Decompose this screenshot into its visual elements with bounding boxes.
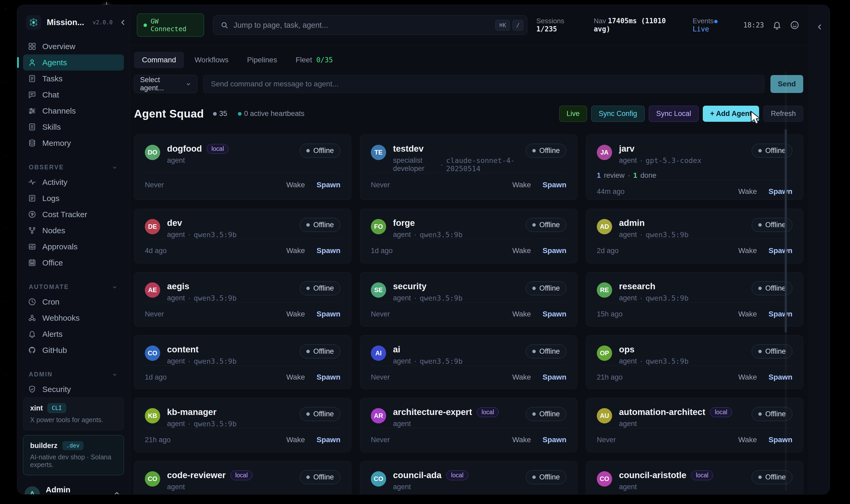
sync-config-button[interactable]: Sync Config (591, 106, 645, 122)
sidebar-item-activity[interactable]: Activity (23, 174, 124, 190)
search-input[interactable] (233, 21, 495, 30)
spawn-button[interactable]: Spawn (543, 310, 566, 318)
agent-card[interactable]: OP ops agent·qwen3.5:9b Offline 21h agoW… (586, 335, 803, 389)
send-button[interactable]: Send (771, 75, 803, 93)
notifications-bell-icon[interactable] (772, 20, 782, 30)
sidebar-item-chat[interactable]: Chat (23, 87, 124, 103)
panel-collapse-icon[interactable] (815, 22, 824, 33)
agent-card[interactable]: TE testdev specialist developer·claude-s… (360, 134, 577, 200)
wake-button[interactable]: Wake (738, 187, 757, 196)
spawn-button[interactable]: Spawn (317, 436, 340, 444)
offline-dot (758, 149, 762, 152)
wake-button[interactable]: Wake (512, 373, 531, 381)
spawn-button[interactable]: Spawn (543, 247, 566, 255)
sidebar-collapse-icon[interactable] (119, 18, 127, 27)
promo-card-xint[interactable]: xint CLI X power tools for agents. (23, 397, 124, 430)
sidebar-item-nodes[interactable]: Nodes (23, 222, 124, 238)
agent-card[interactable]: DE dev agent·qwen3.5:9b Offline 4d agoWa… (134, 209, 351, 263)
sidebar-item-logs[interactable]: Logs (23, 190, 124, 206)
wake-button[interactable]: Wake (512, 310, 531, 318)
agent-name: council-ada (393, 470, 441, 480)
sidebar-item-cron[interactable]: Cron (23, 294, 124, 310)
scrollbar-thumb[interactable] (785, 129, 787, 332)
wake-button[interactable]: Wake (286, 247, 305, 255)
live-button[interactable]: Live (559, 106, 587, 122)
tab-fleet[interactable]: Fleet0/35 (287, 52, 341, 68)
add-agent-button[interactable]: + Add Agent (703, 106, 759, 122)
agent-card[interactable]: RE research agent·qwen3.5:9b Offline 15h… (586, 272, 803, 326)
spawn-button[interactable]: Spawn (543, 181, 566, 189)
section-automate[interactable]: AUTOMATE (29, 284, 118, 291)
spawn-button[interactable]: Spawn (543, 436, 566, 444)
spawn-button[interactable]: Spawn (317, 181, 340, 189)
wake-button[interactable]: Wake (286, 436, 305, 444)
agent-card[interactable]: DO dogfoodlocal agent Offline NeverWakeS… (134, 134, 351, 200)
agent-select[interactable]: Select agent... (134, 75, 197, 93)
sidebar-item-alerts[interactable]: Alerts (23, 326, 124, 342)
section-observe[interactable]: OBSERVE (29, 164, 118, 171)
agent-card[interactable]: AI ai agent·qwen3.5:9b Offline NeverWake… (360, 335, 577, 389)
sidebar-item-agents[interactable]: Agents (23, 54, 124, 71)
tab-command[interactable]: Command (134, 52, 184, 68)
search-icon (220, 21, 229, 29)
spawn-button[interactable]: Spawn (317, 310, 340, 318)
promo-card-builderz[interactable]: builderz .dev AI-native dev shop · Solan… (23, 435, 124, 475)
tab-pipelines[interactable]: Pipelines (239, 52, 285, 68)
wake-button[interactable]: Wake (286, 373, 305, 381)
webhook-icon (28, 313, 36, 322)
refresh-button[interactable]: Refresh (763, 106, 803, 122)
sidebar-item-office[interactable]: Office (23, 255, 124, 271)
status-badge: Offline (526, 344, 566, 358)
wake-button[interactable]: Wake (512, 247, 531, 255)
sidebar-item-overview[interactable]: Overview (23, 38, 124, 54)
wake-button[interactable]: Wake (512, 436, 531, 444)
wake-button[interactable]: Wake (286, 310, 305, 318)
sidebar-item-cost-tracker[interactable]: Cost Tracker (23, 206, 124, 222)
spawn-button[interactable]: Spawn (768, 247, 792, 255)
command-input[interactable] (203, 75, 765, 93)
agent-card[interactable]: CO content agent·qwen3.5:9b Offline 1d a… (134, 335, 351, 389)
spawn-button[interactable]: Spawn (768, 310, 792, 318)
agent-card[interactable]: CO council-aristotlelocal agent Offline … (586, 461, 803, 494)
smiley-icon[interactable] (790, 20, 799, 30)
sidebar-item-security[interactable]: Security (23, 381, 124, 397)
agent-card[interactable]: CO council-adalocal agent Offline WakeSp… (360, 461, 577, 494)
agent-card[interactable]: FO forge agent·qwen3.5:9b Offline 1d ago… (360, 209, 577, 263)
sidebar-item-memory[interactable]: Memory (23, 135, 124, 151)
agent-card[interactable]: SE security agent·qwen3.5:9b Offline Nev… (360, 272, 577, 326)
user-menu[interactable]: A Admin openclaw (23, 480, 124, 494)
agent-avatar: AR (371, 408, 386, 424)
agent-card[interactable]: AU automation-architectlocal agent Offli… (586, 398, 803, 452)
sidebar-item-approvals[interactable]: Approvals (23, 238, 124, 255)
spawn-button[interactable]: Spawn (768, 436, 792, 444)
sidebar-item-skills[interactable]: Skills (23, 119, 124, 135)
sidebar-item-webhooks[interactable]: Webhooks (23, 310, 124, 326)
agent-card[interactable]: AR architecture-expertlocal agent Offlin… (360, 398, 577, 452)
global-search[interactable]: ⌘K / (213, 15, 527, 35)
user-name: Admin (46, 485, 74, 494)
wake-button[interactable]: Wake (512, 181, 531, 189)
observe-nav: Activity Logs Cost Tracker Nodes Approva… (17, 173, 130, 271)
agent-card[interactable]: KB kb-manager agent·qwen3.5:9b Offline 2… (134, 398, 351, 452)
wake-button[interactable]: Wake (286, 181, 305, 189)
sidebar-item-tasks[interactable]: Tasks (23, 71, 124, 87)
wake-button[interactable]: Wake (738, 310, 757, 318)
agent-card[interactable]: CO code-reviewerlocal agent Offline Wake… (134, 461, 351, 494)
agent-card[interactable]: JA jarv agent·gpt-5.3-codex Offline 1rev… (586, 134, 803, 200)
sidebar-item-channels[interactable]: Channels (23, 103, 124, 119)
spawn-button[interactable]: Spawn (317, 247, 340, 255)
wake-button[interactable]: Wake (738, 373, 757, 381)
wake-button[interactable]: Wake (738, 247, 757, 255)
local-badge: local (446, 470, 468, 480)
spawn-button[interactable]: Spawn (317, 373, 340, 381)
tab-workflows[interactable]: Workflows (187, 52, 236, 68)
spawn-button[interactable]: Spawn (768, 373, 792, 381)
sync-local-button[interactable]: Sync Local (649, 106, 698, 122)
agent-card[interactable]: AD admin agent·qwen3.5:9b Offline 2d ago… (586, 209, 803, 263)
wake-button[interactable]: Wake (738, 436, 757, 444)
section-admin[interactable]: ADMIN (29, 371, 118, 378)
sidebar-item-github[interactable]: GitHub (23, 342, 124, 358)
agent-card[interactable]: AE aegis agent·qwen3.5:9b Offline NeverW… (134, 272, 351, 326)
spawn-button[interactable]: Spawn (543, 373, 566, 381)
spawn-button[interactable]: Spawn (768, 187, 792, 196)
